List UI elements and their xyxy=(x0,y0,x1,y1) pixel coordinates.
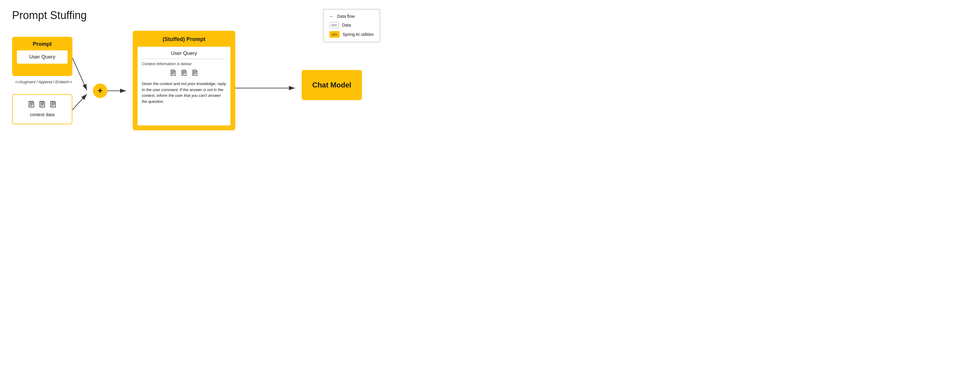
stuffed-inner: User Query Context information is below:… xyxy=(137,46,231,126)
stuffed-icons: 🖹 🖹 🖹 xyxy=(142,68,226,78)
user-query-box: User Query xyxy=(16,50,68,64)
prompt-box: Prompt User Query xyxy=(12,37,72,76)
plus-circle: + xyxy=(93,84,107,98)
legend-data-flow: ← Data flow xyxy=(329,14,374,19)
context-icons: 🖹 🖹 🖹 xyxy=(27,100,57,110)
svg-line-2 xyxy=(72,94,87,110)
legend-data-flow-label: Data flow xyxy=(337,14,355,19)
stuffed-doc-icon-3: 🖹 xyxy=(191,68,199,78)
stuffed-user-query: User Query xyxy=(142,50,226,59)
chat-model-box: Chat Model xyxy=(302,70,362,100)
context-box: 🖹 🖹 🖹 context data xyxy=(12,94,72,124)
diagram: Prompt User Query <<Augment / Append / E… xyxy=(12,31,374,148)
chat-model-label: Chat Model xyxy=(312,81,351,89)
legend-data-box: xxx xyxy=(329,22,339,28)
context-label: context data xyxy=(30,112,55,117)
legend-data: xxx Data xyxy=(329,22,374,28)
legend-data-label: Data xyxy=(342,22,351,27)
context-info-text: Context information is below: xyxy=(142,62,226,66)
plus-symbol: + xyxy=(98,86,103,96)
doc-icon-2: 🖹 xyxy=(38,100,46,110)
stuffed-prompt-box: (Stuffed) Prompt User Query Context info… xyxy=(133,31,235,130)
svg-line-1 xyxy=(72,58,87,90)
augment-text: <<Augment / Append / Embed>> xyxy=(15,80,72,84)
prompt-box-title: Prompt xyxy=(33,41,52,47)
doc-icon-3: 🖹 xyxy=(49,100,57,110)
stuffed-doc-icon-2: 🖹 xyxy=(180,68,188,78)
stuffed-doc-icon-1: 🖹 xyxy=(169,68,177,78)
stuffed-box-title: (Stuffed) Prompt xyxy=(137,35,231,44)
arrow-icon: ← xyxy=(329,14,334,19)
stuffed-body-text: Given the context and not prior knowledg… xyxy=(142,81,226,104)
doc-icon-1: 🖹 xyxy=(27,100,36,110)
